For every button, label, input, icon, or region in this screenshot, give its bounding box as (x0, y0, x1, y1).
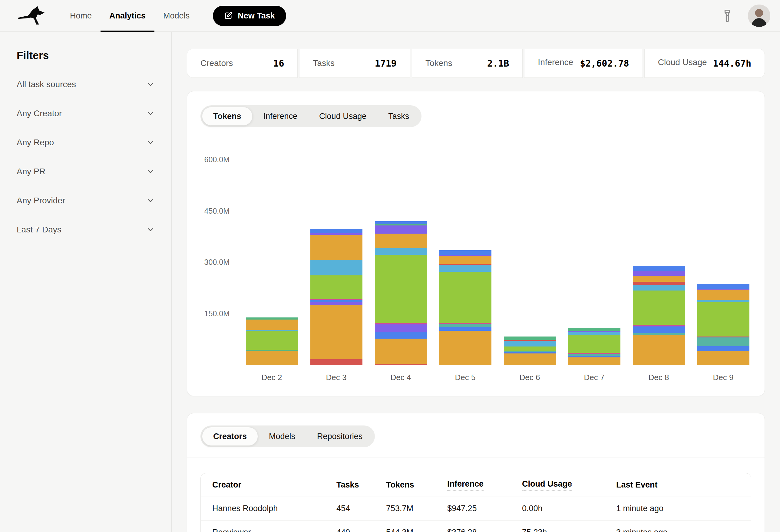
bar-segment-teal (633, 333, 685, 335)
bar-segment-green (375, 255, 427, 323)
stat-value: 2.1B (487, 58, 509, 69)
filter-list: All task sourcesAny CreatorAny RepoAny P… (17, 70, 155, 244)
y-axis-tick: 150.0M (187, 309, 230, 318)
column-header-label: Inference (447, 479, 484, 490)
bar-segment-orange (633, 335, 685, 365)
chevron-down-icon (146, 109, 155, 118)
creators-table: CreatorTasksTokensInferenceCloud UsageLa… (200, 473, 751, 532)
stacked-bar-dec-5[interactable] (439, 250, 491, 365)
bar-segment-orange (439, 256, 491, 264)
bar-slot (369, 221, 433, 365)
bar-segment-orange (310, 235, 362, 260)
breakdown-entity-tabs: CreatorsModelsRepositories (200, 425, 375, 447)
filter-dropdown-any-pr[interactable]: Any PR (17, 157, 155, 186)
stacked-bar-dec-7[interactable] (568, 328, 621, 365)
bar-segment-orange (633, 276, 685, 282)
bar-segment-seagreen (504, 336, 556, 340)
bar-segment-green (633, 290, 685, 325)
bar-segment-blue (633, 266, 685, 271)
bar-segment-blue (439, 250, 491, 255)
stacked-bar-dec-2[interactable] (246, 317, 298, 365)
table-row-rooviewer[interactable]: Rooviewer440544.3M$376.2875.23h3 minutes… (201, 521, 751, 532)
y-axis-tick: 600.0M (187, 155, 230, 164)
stat-value: 16 (273, 58, 284, 69)
x-axis-labels: Dec 2Dec 3Dec 4Dec 5Dec 6Dec 7Dec 8Dec 9 (240, 373, 755, 382)
bar-segment-purple (375, 324, 427, 332)
filter-dropdown-last-7-days[interactable]: Last 7 Days (17, 215, 155, 244)
x-axis-label: Dec 7 (562, 373, 627, 382)
stat-label: Tokens (426, 58, 452, 68)
user-avatar[interactable] (748, 5, 770, 27)
column-header-inference[interactable]: Inference (447, 479, 522, 490)
filter-label: Last 7 Days (17, 225, 61, 234)
stat-tasks: Tasks1719 (299, 49, 410, 78)
chevron-down-icon (146, 197, 155, 205)
bar-segment-blue (697, 284, 749, 289)
chart-card: TokensInferenceCloud UsageTasks 150.0M30… (187, 91, 765, 396)
table-header-row: CreatorTasksTokensInferenceCloud UsageLa… (201, 473, 751, 497)
filter-dropdown-any-creator[interactable]: Any Creator (17, 99, 155, 128)
kangaroo-logo[interactable] (17, 4, 48, 28)
bar-segment-blue (439, 327, 491, 331)
bar-segment-blue (375, 221, 427, 224)
tab-cloud-usage[interactable]: Cloud Usage (308, 107, 377, 125)
bar-slot (562, 328, 627, 365)
stacked-bar-dec-9[interactable] (697, 284, 749, 365)
bar-segment-orange (246, 320, 298, 330)
stat-label: Creators (200, 58, 233, 68)
column-header-cloud-usage[interactable]: Cloud Usage (522, 479, 616, 490)
new-task-button[interactable]: New Task (213, 6, 286, 26)
tab-models[interactable]: Models (258, 427, 306, 446)
nav-item-analytics[interactable]: Analytics (101, 0, 154, 32)
tab-tasks[interactable]: Tasks (377, 107, 420, 125)
nav-links: HomeAnalyticsModels (61, 0, 198, 32)
cell-tasks: 440 (336, 528, 386, 532)
tab-repositories[interactable]: Repositories (306, 427, 373, 446)
tab-creators[interactable]: Creators (202, 427, 258, 446)
bar-segment-green (504, 347, 556, 351)
y-axis-tick: 300.0M (187, 258, 230, 267)
bar-slot (497, 336, 562, 365)
filter-dropdown-all-task-sources[interactable]: All task sources (17, 70, 155, 99)
nav-item-home[interactable]: Home (61, 0, 101, 32)
bar-segment-orange (504, 354, 556, 365)
filters-title: Filters (17, 49, 155, 61)
bar-segment-green (310, 275, 362, 299)
page-shell: Filters All task sourcesAny CreatorAny R… (0, 32, 780, 532)
x-axis-label: Dec 4 (369, 373, 433, 382)
chevron-down-icon (146, 80, 155, 89)
stacked-bar-dec-4[interactable] (375, 221, 427, 365)
tab-tokens[interactable]: Tokens (202, 107, 252, 125)
flashlight-icon[interactable] (721, 9, 733, 23)
filters-sidebar: Filters All task sourcesAny CreatorAny R… (0, 32, 172, 532)
stat-cloud-usage[interactable]: Cloud Usage144.67h (644, 49, 765, 78)
avatar-image (748, 5, 770, 27)
chevron-down-icon (146, 225, 155, 234)
stat-value: 144.67h (713, 58, 751, 69)
stat-label: Inference (538, 57, 573, 69)
table-row-hannes-roodolph[interactable]: Hannes Roodolph454753.7M$947.250.00h1 mi… (201, 497, 751, 521)
filter-label: Any PR (17, 167, 45, 176)
stacked-bar-dec-6[interactable] (504, 336, 556, 365)
bar-segment-orange (697, 289, 749, 300)
x-axis-label: Dec 9 (691, 373, 755, 382)
stacked-bar-dec-8[interactable] (633, 266, 685, 365)
bar-segment-blue (310, 229, 362, 233)
stat-inference[interactable]: Inference$2,602.78 (524, 49, 642, 78)
nav-item-models[interactable]: Models (154, 0, 198, 32)
chevron-down-icon (146, 167, 155, 176)
x-axis-label: Dec 2 (240, 373, 304, 382)
cell-creator: Rooviewer (201, 528, 336, 532)
filter-dropdown-any-repo[interactable]: Any Repo (17, 128, 155, 157)
bar-segment-teal (697, 337, 749, 346)
bar-segment-skyblue (439, 265, 491, 272)
stacked-bar-dec-3[interactable] (310, 229, 362, 365)
bar-segment-teal (568, 354, 621, 356)
tab-inference[interactable]: Inference (252, 107, 308, 125)
filter-dropdown-any-provider[interactable]: Any Provider (17, 186, 155, 215)
bar-segment-teal (439, 324, 491, 327)
bar-slot (691, 284, 755, 365)
filter-label: Any Repo (17, 138, 54, 147)
bar-slot (304, 229, 369, 365)
stat-tokens: Tokens2.1B (412, 49, 523, 78)
